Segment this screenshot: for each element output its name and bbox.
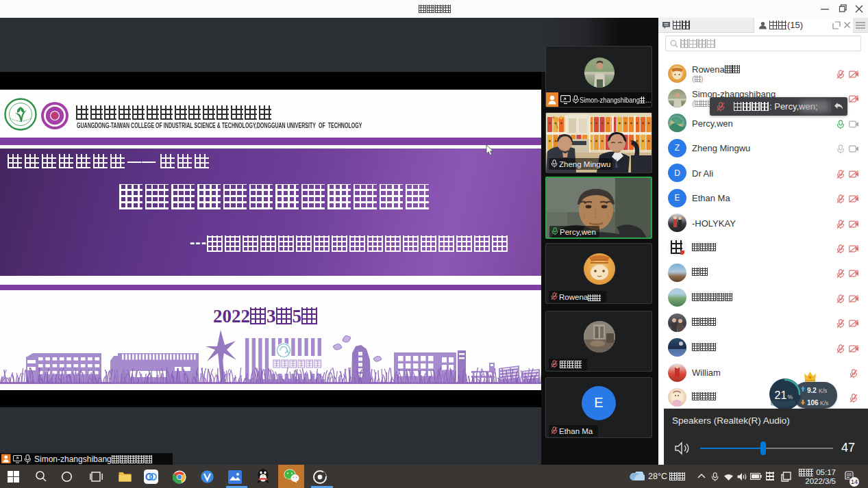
svg-text:9.2: 9.2 xyxy=(807,387,817,394)
svg-text:K/s: K/s xyxy=(819,387,827,394)
svg-text:%: % xyxy=(788,394,793,400)
svg-text:106: 106 xyxy=(807,399,819,407)
svg-text:21: 21 xyxy=(775,389,787,401)
svg-text:K/s: K/s xyxy=(820,400,828,407)
